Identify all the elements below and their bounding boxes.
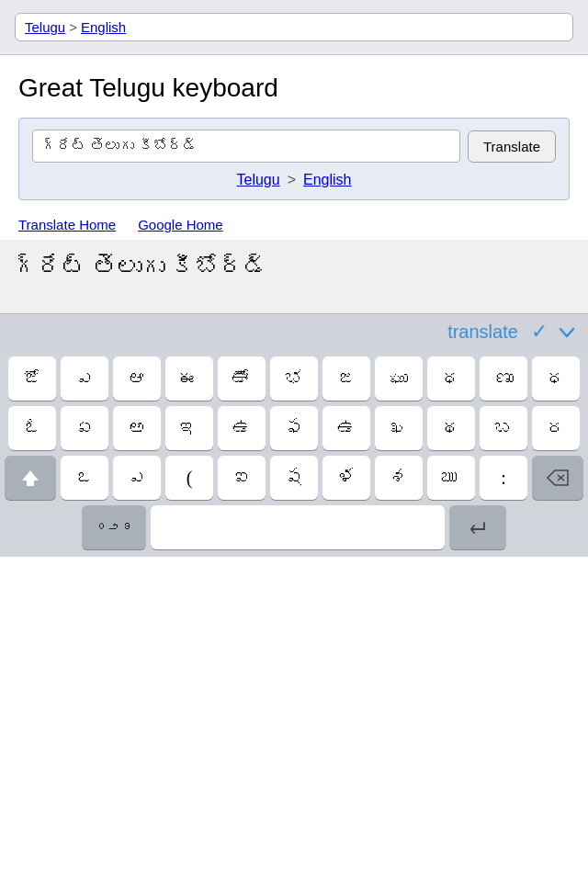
- key-kha[interactable]: ఖ: [375, 406, 423, 450]
- keyboard-row-1: జో ఎ ఆ ఈ ఊో భ జ ఘు ధ ణు ధ: [4, 356, 584, 401]
- numeral-key[interactable]: ౦౨౩: [82, 505, 146, 549]
- key-ai[interactable]: ఐ: [218, 456, 266, 500]
- source-language[interactable]: Telugu: [237, 172, 280, 188]
- key-aa[interactable]: ఆ: [113, 356, 161, 401]
- shift-key[interactable]: [5, 456, 56, 500]
- keyboard-input-text: గ్రేట్ తెలుగు కీబోర్డ్: [15, 253, 573, 281]
- key-lla[interactable]: ళ: [322, 456, 370, 500]
- return-key[interactable]: [449, 505, 506, 549]
- translate-input-row: Translate: [32, 130, 556, 163]
- key-ee[interactable]: ఏ: [61, 406, 108, 450]
- key-paren[interactable]: (: [165, 456, 213, 500]
- key-u2[interactable]: ఉ: [322, 406, 370, 450]
- key-sha[interactable]: ష: [270, 456, 318, 500]
- keyboard-translate-button[interactable]: translate: [447, 322, 518, 343]
- backspace-key[interactable]: [532, 456, 583, 500]
- footer-links: Translate Home Google Home: [0, 209, 588, 240]
- key-o2[interactable]: ఒ: [61, 456, 108, 500]
- key-nnu[interactable]: ణు: [480, 356, 527, 401]
- url-lang-from[interactable]: Telugu: [25, 19, 65, 35]
- keyboard-row-2: ఓ ఏ అ ఇ ఉ ఫ ఉ ఖ థ బ ర: [4, 406, 584, 450]
- key-e[interactable]: ఎ: [61, 356, 108, 401]
- keyboard-row-3: ఒ ఎ ( ఐ ష ళ శ ఋ :: [4, 456, 584, 500]
- translate-button[interactable]: Translate: [468, 130, 556, 163]
- key-ba[interactable]: బ: [480, 406, 527, 450]
- key-i[interactable]: ఇ: [165, 406, 213, 450]
- web-content: Great Telugu keyboard Translate Telugu >…: [0, 55, 588, 209]
- space-key[interactable]: [151, 505, 445, 549]
- key-ri[interactable]: ఋ: [427, 456, 475, 500]
- key-ii[interactable]: ఈ: [165, 356, 213, 401]
- translate-home-link[interactable]: Translate Home: [18, 217, 116, 232]
- key-ghu[interactable]: ఘు: [375, 356, 423, 401]
- chevron-down-icon[interactable]: ✓: [531, 320, 577, 344]
- key-a[interactable]: అ: [113, 406, 161, 450]
- keyboard: జో ఎ ఆ ఈ ఊో భ జ ఘు ధ ణు ధ ఓ ఏ అ ఇ ఉ ఫ ఉ …: [0, 349, 588, 557]
- page-title: Great Telugu keyboard: [18, 74, 570, 103]
- key-uu-o[interactable]: ఊో: [218, 356, 266, 401]
- browser-url-bar: Telugu > English: [0, 0, 588, 55]
- key-ra[interactable]: ర: [532, 406, 580, 450]
- keyboard-row-4: ౦౨౩: [4, 505, 584, 549]
- key-jo[interactable]: జో: [8, 356, 56, 401]
- lang-direction-row: Telugu > English: [32, 172, 556, 188]
- key-u[interactable]: ఉ: [218, 406, 266, 450]
- keyboard-toolbar: translate ✓: [0, 313, 588, 349]
- key-sha2[interactable]: శ: [375, 456, 423, 500]
- key-pha[interactable]: ఫ: [270, 406, 318, 450]
- url-lang-to[interactable]: English: [81, 19, 126, 35]
- translate-input[interactable]: [32, 130, 460, 163]
- key-dha2[interactable]: ధ: [532, 356, 580, 401]
- key-tha[interactable]: థ: [427, 406, 475, 450]
- key-ja[interactable]: జ: [322, 356, 370, 401]
- key-bha[interactable]: భ: [270, 356, 318, 401]
- key-e2[interactable]: ఎ: [113, 456, 161, 500]
- key-colon[interactable]: :: [480, 456, 527, 500]
- url-display[interactable]: Telugu > English: [15, 13, 573, 41]
- translate-box: Translate Telugu > English: [18, 118, 570, 200]
- key-dha[interactable]: ధ: [427, 356, 475, 401]
- google-home-link[interactable]: Google Home: [138, 217, 223, 232]
- svg-marker-0: [22, 470, 39, 486]
- key-o[interactable]: ఓ: [8, 406, 56, 450]
- keyboard-input-area[interactable]: గ్రేట్ తెలుగు కీబోర్డ్: [0, 240, 588, 313]
- lang-separator: >: [288, 172, 296, 188]
- url-separator: >: [69, 19, 77, 35]
- target-language[interactable]: English: [303, 172, 351, 188]
